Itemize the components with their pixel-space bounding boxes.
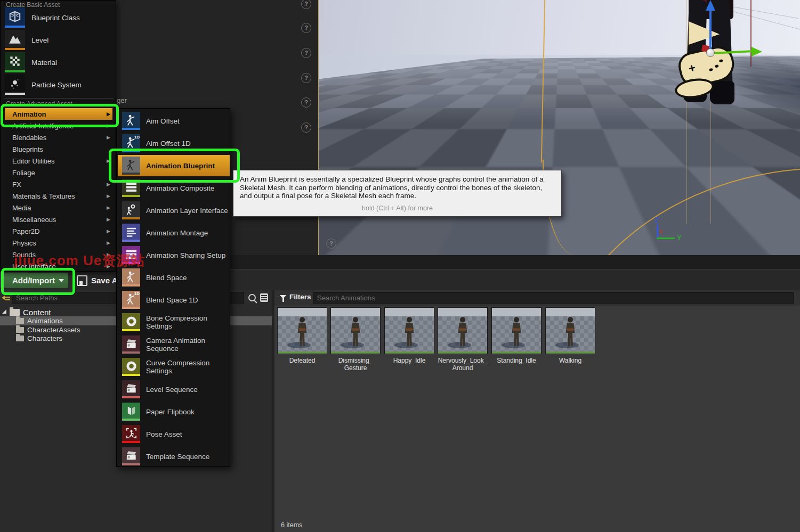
menu-item-label: Paper2D xyxy=(12,227,39,235)
submenu-arrow-icon: ▶ xyxy=(107,264,110,269)
menu-item-label: Material xyxy=(31,59,57,67)
particle-system-icon xyxy=(5,75,25,95)
help-icon[interactable]: ? xyxy=(301,97,311,108)
menu-item-animation-layer-interface[interactable]: Animation Layer Interface xyxy=(118,200,229,221)
menu-item-physics[interactable]: Physics ▶ xyxy=(5,237,112,249)
filter-funnel-icon xyxy=(280,295,286,299)
menu-item-template-sequence[interactable]: Template Sequence xyxy=(118,446,229,467)
menu-item-label: Animation Blueprint xyxy=(146,162,215,170)
menu-item-level-sequence[interactable]: Level Sequence xyxy=(118,379,229,400)
menu-item-aim-offset-1d[interactable]: 1D Aim Offset 1D xyxy=(118,133,229,154)
help-icon[interactable]: ? xyxy=(301,23,311,33)
asset-label: Defeated xyxy=(276,357,329,364)
menu-item-user-interface[interactable]: User Interface ▶ xyxy=(5,260,112,272)
expand-arrow-icon[interactable] xyxy=(2,309,6,314)
menu-item-level[interactable]: Level xyxy=(5,29,112,51)
help-icon[interactable]: ? xyxy=(301,73,311,83)
gamepad-button xyxy=(715,64,719,68)
viewport-3d[interactable]: + Z Y x ? xyxy=(318,0,800,256)
menu-item-sounds[interactable]: Sounds ▶ xyxy=(5,249,112,260)
collapse-sources-icon[interactable] xyxy=(2,294,10,301)
menu-item-miscellaneous[interactable]: Miscellaneous ▶ xyxy=(5,214,112,225)
menu-item-animation-composite[interactable]: Animation Composite xyxy=(118,177,229,199)
menu-item-animation[interactable]: Animation ▶ xyxy=(5,108,112,120)
filters-label: Filters xyxy=(289,293,311,301)
menu-item-label: Foliage xyxy=(12,169,35,177)
menu-item-artificial-intelligence[interactable]: Artificial Intelligence ▶ xyxy=(5,120,112,132)
list-view-icon[interactable] xyxy=(260,293,268,302)
tooltip-body: An Anim Blueprint is essentially a speci… xyxy=(240,175,555,200)
tree-item-label: Content xyxy=(23,308,51,317)
template-sequence-icon xyxy=(122,447,140,465)
add-import-button[interactable]: Add/Import xyxy=(4,273,68,288)
menu-item-label: User Interface xyxy=(12,263,56,271)
menu-item-camera-animation-sequence[interactable]: Camera Animation Sequence xyxy=(118,334,229,355)
save-icon xyxy=(77,275,87,286)
gizmo-y-arrowhead xyxy=(751,47,762,56)
menu-item-blueprint-class[interactable]: Blueprint Class xyxy=(5,7,112,28)
clipped-text-fragment: ger xyxy=(117,96,127,104)
axis-z-label: Z xyxy=(654,216,659,224)
menu-item-paper2d[interactable]: Paper2D ▶ xyxy=(5,225,112,237)
menu-item-label: Blend Space xyxy=(146,274,187,282)
asset-filter-row: Filters xyxy=(274,290,800,306)
gizmo-z-axis[interactable] xyxy=(709,10,712,54)
menu-item-blend-space[interactable]: Blend Space xyxy=(118,267,229,288)
viewport-help-icon[interactable]: ? xyxy=(326,239,336,249)
asset-tile-nervously-look-around[interactable]: Nervously_Look_ Around xyxy=(436,307,489,372)
menu-item-aim-offset[interactable]: Aim Offset xyxy=(118,110,229,132)
menu-item-materials-textures[interactable]: Materials & Textures ▶ xyxy=(5,190,112,202)
menu-item-paper-flipbook[interactable]: Paper Flipbook xyxy=(118,401,229,422)
menu-item-curve-compression-settings[interactable]: Curve Compression Settings xyxy=(118,356,229,378)
menu-item-blendables[interactable]: Blendables ▶ xyxy=(5,132,112,143)
help-icon[interactable]: ? xyxy=(301,48,311,58)
menu-item-label: Animation Layer Interface xyxy=(146,207,228,215)
menu-item-animation-montage[interactable]: Animation Montage xyxy=(118,222,229,243)
unreal-editor-window: + Z Y x ? ? ? ? ? ? ? ger Add/Import xyxy=(0,0,800,532)
asset-tile-dismissing-gesture[interactable]: Dismissing_ Gesture xyxy=(329,307,382,372)
asset-tile-standing-idle[interactable]: Standing_Idle xyxy=(490,307,543,364)
menu-item-pose-asset[interactable]: Pose Asset xyxy=(118,423,229,445)
asset-tile-happy-idle[interactable]: Happy_Idle xyxy=(383,307,436,364)
asset-thumbnail xyxy=(277,307,327,354)
tooltip-animation-blueprint: An Anim Blueprint is essentially a speci… xyxy=(233,170,562,217)
badge-1d: 1D xyxy=(134,135,140,140)
search-animations-input[interactable] xyxy=(313,292,794,304)
chevron-down-icon xyxy=(59,279,64,282)
menu-item-bone-compression-settings[interactable]: Bone Compression Settings xyxy=(118,312,229,333)
asset-tile-defeated[interactable]: Defeated xyxy=(276,307,329,364)
menu-item-particle-system[interactable]: Particle System xyxy=(5,74,112,95)
gizmo-origin-ball[interactable] xyxy=(706,48,715,57)
menu-item-animation-sharing-setup[interactable]: Animation Sharing Setup xyxy=(118,244,229,266)
menu-item-label: Blueprints xyxy=(12,145,43,153)
pose-asset-icon xyxy=(122,425,140,443)
blueprint-class-icon xyxy=(5,7,25,28)
add-new-menu: Create Basic Asset Blueprint Class Level… xyxy=(0,0,116,272)
menu-item-fx[interactable]: FX ▶ xyxy=(5,178,112,190)
animation-sharing-setup-icon xyxy=(122,246,140,264)
menu-item-label: Level Sequence xyxy=(146,386,198,394)
submenu-arrow-icon: ▶ xyxy=(107,135,110,140)
help-icon[interactable]: ? xyxy=(301,122,311,133)
level-sequence-icon xyxy=(122,380,140,398)
add-import-label: Add/Import xyxy=(12,276,55,285)
help-icon[interactable]: ? xyxy=(301,0,311,9)
menu-item-animation-blueprint[interactable]: Animation Blueprint xyxy=(118,155,230,176)
menu-item-blueprints[interactable]: Blueprints xyxy=(5,143,112,155)
menu-item-editor-utilities[interactable]: Editor Utilities ▶ xyxy=(5,155,112,167)
asset-tile-walking[interactable]: Walking xyxy=(544,307,597,364)
tooltip-hint: hold (Ctrl + Alt) for more xyxy=(240,204,555,212)
menu-item-label: Particle System xyxy=(31,81,82,89)
animation-blueprint-icon xyxy=(122,157,140,175)
menu-item-blend-space-1d[interactable]: 1D Blend Space 1D xyxy=(118,289,229,310)
menu-item-label: Blueprint Class xyxy=(31,14,80,22)
folder-icon xyxy=(16,335,24,341)
menu-item-foliage[interactable]: Foliage xyxy=(5,167,112,178)
menu-item-media[interactable]: Media ▶ xyxy=(5,202,112,214)
viewport-axis-indicator: Z Y x xyxy=(645,221,682,248)
menu-item-label: Miscellaneous xyxy=(12,216,56,224)
menu-separator xyxy=(4,98,114,99)
search-icon[interactable] xyxy=(248,294,256,301)
menu-item-material[interactable]: Material xyxy=(5,52,112,73)
menu-item-label: Sounds xyxy=(12,251,36,259)
